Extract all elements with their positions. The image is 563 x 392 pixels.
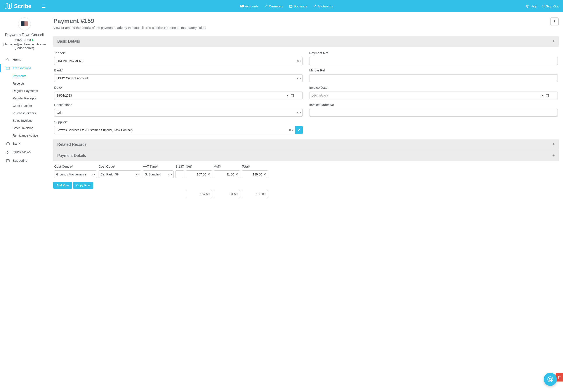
sidebar-toggle[interactable]: [40, 3, 47, 9]
sidebar-sub-payments[interactable]: Payments: [0, 72, 49, 80]
page-title: Payment #159: [53, 17, 206, 25]
home-icon: [6, 58, 10, 61]
vat-type-select[interactable]: S: Standard ✕▾: [143, 170, 174, 178]
sidebar: Dayworth Town Council 2022-2023 john.fag…: [0, 12, 49, 392]
pencil-icon: [297, 128, 301, 132]
invoice-no-input[interactable]: [309, 109, 558, 117]
bank-label: Bank*: [54, 68, 303, 72]
nav-signout[interactable]: Sign Out: [542, 4, 559, 8]
sidebar-sub-remittance-advice[interactable]: Remittance Advice: [0, 132, 49, 139]
nav-allotments[interactable]: Allotments: [313, 4, 333, 8]
tender-select[interactable]: ONLINE PAYMENT: [54, 57, 303, 65]
clear-icon[interactable]: ✕: [91, 173, 93, 176]
org-avatar[interactable]: [18, 17, 31, 30]
clear-icon[interactable]: ✕: [136, 173, 138, 176]
plus-icon: +: [552, 39, 555, 44]
chevron-down-icon[interactable]: ▾: [171, 173, 172, 176]
chevron-down-icon[interactable]: ▾: [300, 112, 301, 114]
hamburger-icon: [42, 5, 45, 8]
svg-point-10: [554, 21, 555, 22]
sidebar-sub-regular-receipts[interactable]: Regular Receipts: [0, 95, 49, 102]
sidebar-item-home[interactable]: Home: [0, 55, 49, 64]
col-vat: VAT*: [214, 164, 240, 168]
sidebar-sub-code-transfer[interactable]: Code Transfer: [0, 102, 49, 110]
date-input[interactable]: 18/01/2023 ✕: [54, 91, 303, 100]
clear-icon[interactable]: ✕: [208, 173, 210, 176]
copy-row-button[interactable]: Copy Row: [73, 182, 93, 189]
supplier-select[interactable]: Browns Services Ltd (Customer, Supplier,…: [54, 126, 295, 134]
bolt-icon: [6, 150, 10, 154]
minute-ref-label: Minute Ref: [309, 68, 558, 72]
sidebar-item-bank[interactable]: Bank: [0, 139, 49, 148]
svg-rect-1: [241, 5, 242, 6]
sidebar-item-budgeting[interactable]: Budgeting: [0, 156, 49, 165]
section-payment-details[interactable]: Payment Details +: [53, 150, 559, 161]
svg-point-9: [554, 20, 555, 21]
chevron-down-icon[interactable]: ▾: [300, 77, 301, 80]
section-basic-details[interactable]: Basic Details +: [53, 36, 559, 47]
accounts-icon: [240, 5, 244, 7]
wallet-icon: [6, 159, 10, 162]
col-s137: S.137: [175, 164, 184, 168]
description-label: Description*: [54, 103, 303, 107]
add-row-button[interactable]: Add Row: [53, 182, 72, 189]
payment-ref-input[interactable]: [309, 57, 558, 65]
col-net: Net*: [186, 164, 212, 168]
clear-icon[interactable]: ✕: [286, 94, 289, 97]
sidebar-sub-batch-invoicing[interactable]: Batch Invoicing: [0, 124, 49, 132]
s137-checkbox[interactable]: [175, 170, 184, 178]
bookings-icon: [289, 5, 293, 8]
calendar-icon: [546, 94, 549, 97]
clear-icon[interactable]: ✕: [264, 173, 266, 176]
svg-rect-0: [240, 5, 244, 7]
svg-rect-2: [290, 5, 292, 7]
svg-rect-13: [546, 94, 549, 97]
nav-bookings[interactable]: Bookings: [289, 4, 307, 8]
page-actions-menu[interactable]: [550, 17, 559, 26]
nav-cemetery[interactable]: Cemetery: [265, 4, 283, 8]
help-fab[interactable]: [544, 373, 557, 386]
date-label: Date*: [54, 86, 303, 89]
cost-code-select[interactable]: Car Park : 39 ✕▾: [99, 170, 141, 178]
minute-ref-input[interactable]: [309, 74, 558, 82]
svg-rect-12: [291, 94, 294, 97]
clear-icon[interactable]: ✕: [168, 173, 170, 176]
org-email: john.fagan@scribeaccounts.com: [2, 43, 47, 46]
supplier-edit-button[interactable]: [295, 126, 303, 134]
chevron-down-icon[interactable]: ▾: [94, 173, 95, 176]
sidebar-item-quick-views[interactable]: Quick Views: [0, 148, 49, 156]
col-total: Total*: [242, 164, 268, 168]
clear-icon[interactable]: ✕: [297, 77, 299, 80]
nav-accounts[interactable]: Accounts: [240, 4, 258, 8]
tender-label: Tender*: [54, 51, 303, 55]
sidebar-sub-regular-payments[interactable]: Regular Payments: [0, 87, 49, 95]
description-select[interactable]: Grit: [54, 109, 303, 117]
svg-rect-5: [6, 67, 10, 69]
chevron-down-icon[interactable]: ▾: [292, 129, 293, 132]
nav-right: ? Help Sign Out: [526, 4, 559, 8]
sidebar-sub-receipts[interactable]: Receipts: [0, 80, 49, 87]
section-related-records[interactable]: Related Records +: [53, 139, 559, 150]
calendar-icon: [291, 94, 294, 97]
chevron-down-icon[interactable]: ▾: [300, 60, 301, 63]
clear-icon[interactable]: ✕: [297, 112, 299, 114]
chevron-down-icon[interactable]: ▾: [138, 173, 140, 176]
trash-icon: [558, 376, 561, 379]
card-icon: [6, 66, 10, 70]
sidebar-sub-purchase-orders[interactable]: Purchase Orders: [0, 110, 49, 117]
bank-select[interactable]: HSBC Current Account: [54, 74, 303, 82]
clear-icon[interactable]: ✕: [297, 60, 299, 63]
clear-icon[interactable]: ✕: [236, 173, 238, 176]
invoice-date-input[interactable]: dd/mm/yyyy ✕: [309, 91, 558, 100]
clear-icon[interactable]: ✕: [541, 94, 544, 97]
invoice-date-label: Invoice Date: [309, 86, 558, 89]
svg-point-14: [548, 377, 553, 382]
cost-centre-select[interactable]: Grounds Maintenance ✕▾: [54, 170, 97, 178]
brand-logo[interactable]: Scribe: [4, 3, 31, 10]
org-year: 2022-2023: [2, 38, 47, 42]
sidebar-sub-sales-invoices[interactable]: Sales Invoices: [0, 117, 49, 124]
clear-icon[interactable]: ✕: [289, 129, 291, 132]
sidebar-item-transactions[interactable]: Transactions: [0, 64, 49, 72]
page-subtitle: View or amend the details of the payment…: [53, 26, 206, 29]
nav-help[interactable]: ? Help: [526, 4, 537, 8]
